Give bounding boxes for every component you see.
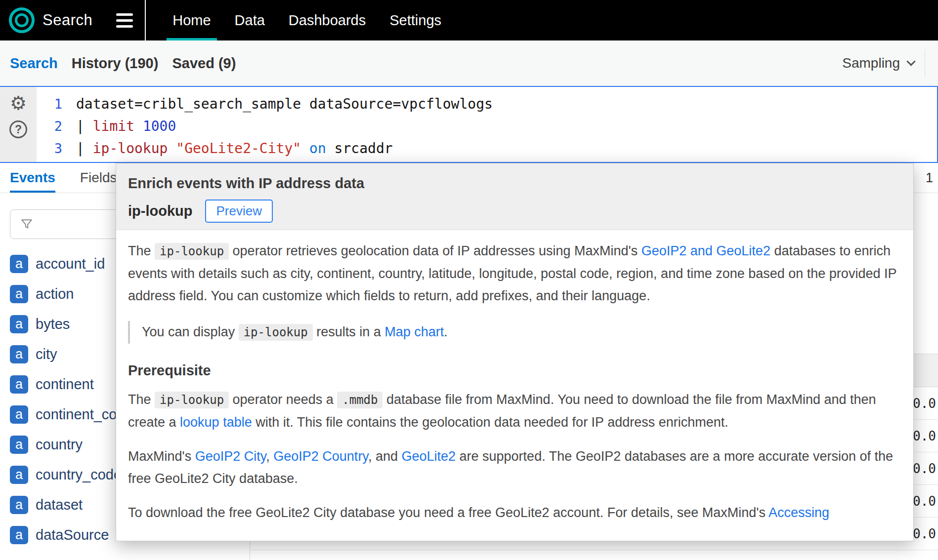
popup-header: Enrich events with IP address data ip-lo… [116,163,913,230]
inline-code: ip-lookup [155,243,229,260]
nav-item-home[interactable]: Home [172,0,211,40]
popup-paragraph: The ip-lookup operator retrieves geoloca… [128,240,901,307]
line-number: 3 [37,141,62,156]
field-name: city [36,346,57,362]
tab-fields[interactable]: Fields [80,163,117,193]
cribl-logo-icon[interactable] [9,7,35,33]
editor-gutter: ⚙ ? [0,87,37,162]
nav-item-dashboards[interactable]: Dashboards [289,0,366,40]
tab-search[interactable]: Search [10,55,58,72]
field-type-icon: a [10,436,28,454]
field-type-icon: a [10,405,28,424]
field-type-icon: a [10,285,28,303]
nav-item-data[interactable]: Data [235,0,265,40]
main-nav: HomeDataDashboardsSettings [172,0,441,40]
field-type-icon: a [10,315,28,333]
inline-code: .mmdb [337,392,383,408]
popup-body: The ip-lookup operator retrieves geoloca… [116,230,913,524]
doc-link[interactable]: lookup table [180,415,252,430]
field-type-icon: a [10,255,28,273]
query-editor[interactable]: ⚙ ? 1dataset=cribl_search_sample dataSou… [0,86,938,163]
field-type-icon: a [10,496,28,514]
doc-link[interactable]: Accessing [768,505,829,520]
field-name: continent_co [36,406,117,423]
search-tabs: SearchHistory (190)Saved (9) [10,55,236,72]
doc-link[interactable]: Map chart [384,324,444,339]
code-text: | limit 1000 [76,118,176,134]
gear-icon[interactable]: ⚙ [10,94,27,113]
sampling-label: Sampling [842,55,900,71]
popup-paragraph: To download the free GeoLite2 City datab… [128,502,901,524]
field-type-icon: a [10,345,28,363]
inline-code: ip-lookup [239,324,313,341]
tab-events[interactable]: Events [10,163,55,193]
line-number: 2 [37,119,62,134]
field-name: bytes [36,316,70,332]
line-number: 1 [37,96,62,112]
code-text: dataset=cribl_search_sample dataSource=v… [76,96,493,112]
doc-link[interactable]: GeoIP2 Country [273,449,368,464]
cell-value: 0.0 [913,526,936,541]
field-name: account_id [36,256,105,272]
help-icon[interactable]: ? [9,120,27,138]
field-name: country [36,437,83,453]
code-line[interactable]: 2| limit 1000 [37,115,937,137]
popup-paragraph: The ip-lookup operator needs a .mmdb dat… [128,389,901,434]
nav-item-settings[interactable]: Settings [389,0,441,40]
popup-operator-row: ip-lookup Preview [128,200,901,223]
code-line[interactable]: 3| ip-lookup "GeoLite2-City" on srcaddr [37,137,937,160]
popup-note: You can display ip-lookup results in a M… [128,321,901,344]
doc-link[interactable]: GeoLite2 [401,449,456,464]
field-type-icon: a [10,466,28,484]
app-title: Search [43,11,92,29]
nav-divider [145,0,146,40]
inline-code: ip-lookup [155,392,229,408]
results-tabs: EventsFields [10,163,117,193]
tab-saved-9[interactable]: Saved (9) [172,55,236,72]
event-count-sliver: 1 [926,170,933,186]
doc-link[interactable]: GeoIP2 City [195,449,266,464]
search-tabs-bar: SearchHistory (190)Saved (9) Sampling [0,40,938,86]
top-nav-bar: Search HomeDataDashboardsSettings [0,0,938,40]
field-type-icon: a [10,375,28,394]
hamburger-menu-icon[interactable] [116,13,133,28]
field-name: continent [36,376,94,393]
popup-paragraph: MaxMind's GeoIP2 City, GeoIP2 Country, a… [128,445,901,490]
code-lines[interactable]: 1dataset=cribl_search_sample dataSource=… [37,87,937,162]
field-name: action [36,286,74,302]
code-text: | ip-lookup "GeoLite2-City" on srcaddr [76,140,393,157]
operator-name: ip-lookup [128,203,192,219]
field-name: country_code [36,467,122,483]
field-name: dataSource [36,527,109,543]
ip-lookup-doc-popup: Enrich events with IP address data ip-lo… [116,163,914,541]
app-window: Search HomeDataDashboardsSettings Search… [0,0,938,560]
popup-title: Enrich events with IP address data [128,175,901,192]
toolbar-divider [925,49,925,77]
filter-icon [20,218,33,231]
sampling-dropdown[interactable]: Sampling [842,55,914,71]
tab-history-190[interactable]: History (190) [72,55,159,72]
field-name: dataset [36,497,83,513]
field-type-icon: a [10,526,28,544]
code-line[interactable]: 1dataset=cribl_search_sample dataSource=… [37,93,937,115]
preview-button[interactable]: Preview [205,200,272,223]
chevron-down-icon [906,57,915,66]
doc-link[interactable]: GeoIP2 and GeoLite2 [641,243,770,258]
popup-subheading: Prerequisite [128,360,901,382]
